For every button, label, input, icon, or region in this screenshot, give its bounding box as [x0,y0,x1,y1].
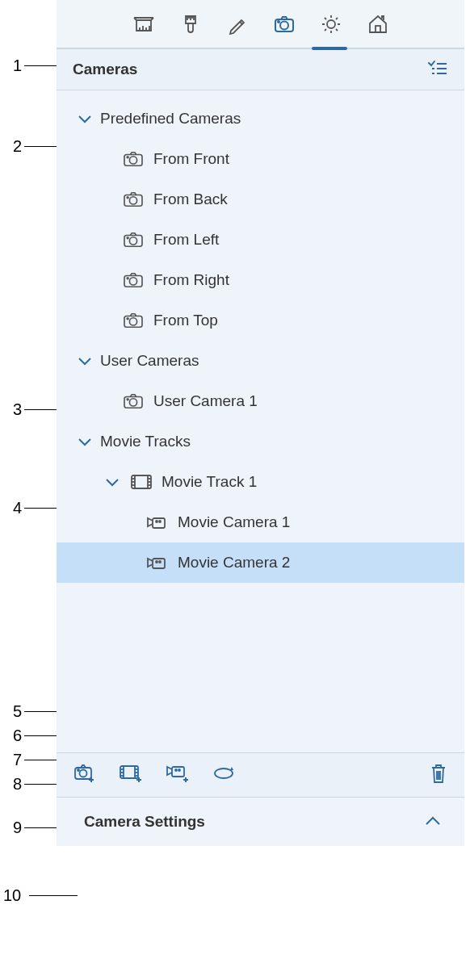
svg-point-15 [127,197,128,199]
delete-button[interactable] [429,762,448,788]
settings-title: Camera Settings [84,813,205,831]
camera-icon [120,150,147,168]
chevron-down-icon [76,356,94,366]
svg-point-3 [327,20,335,28]
bottom-toolbar [57,752,464,798]
tree-item-from-left[interactable]: From Left [57,220,464,260]
camera-icon [120,191,147,208]
svg-point-12 [127,157,128,158]
svg-point-21 [127,278,128,279]
tree-item-label: From Right [153,271,229,289]
svg-point-1 [280,21,288,29]
svg-rect-37 [153,518,165,528]
callout-5: 5 [13,702,22,721]
tree-item-label: User Camera 1 [153,392,258,410]
tree-item-movie-camera-1[interactable]: Movie Camera 1 [57,502,464,542]
tree-group-movie[interactable]: Movie Tracks [57,421,464,462]
callout-3: 3 [13,400,22,419]
callout-8: 8 [13,775,22,794]
list-options-icon[interactable] [427,59,448,81]
svg-point-14 [129,197,136,204]
svg-point-20 [129,278,136,285]
film-icon [128,473,155,491]
callout-line [29,895,78,896]
svg-point-45 [78,769,79,771]
tree-item-user-camera-1[interactable]: User Camera 1 [57,381,464,421]
camera-icon [120,231,147,249]
svg-point-56 [175,769,177,771]
tree-item-label: From Front [153,150,229,168]
sun-tab-icon[interactable] [319,12,343,36]
spacer [57,599,464,752]
tree-item-movie-camera-2[interactable]: Movie Camera 2 [57,542,464,583]
tree-track-label: Movie Track 1 [162,473,257,491]
tree-item-label: From Left [153,231,219,249]
svg-point-42 [159,561,161,563]
callout-9: 9 [13,819,22,837]
tree-item-label: Movie Camera 2 [178,554,290,572]
tree-item-from-back[interactable]: From Back [57,179,464,220]
svg-point-23 [129,318,136,325]
camera-tree: Predefined Cameras From Front From Back … [57,90,464,599]
svg-point-39 [159,521,161,522]
chevron-down-icon [103,477,121,487]
camera-tab-icon[interactable] [272,12,296,36]
svg-point-11 [129,157,136,164]
svg-rect-55 [172,767,184,777]
camera-settings-header[interactable]: Camera Settings [57,798,464,846]
svg-point-41 [156,561,157,563]
camera-icon [120,271,147,289]
tree-item-label: From Top [153,312,218,329]
tree-group-label: Movie Tracks [100,433,191,450]
cameras-section-header: Cameras [57,48,464,90]
callout-2: 2 [13,137,22,156]
video-camera-icon [144,554,171,572]
svg-point-26 [129,399,136,406]
callout-10: 10 [3,886,21,905]
brush-tab-icon[interactable] [178,12,203,36]
tree-item-label: Movie Camera 1 [178,513,290,531]
svg-point-18 [127,237,128,239]
house-tab-icon[interactable] [366,12,390,36]
svg-point-24 [127,318,128,320]
svg-point-38 [156,521,157,522]
chevron-down-icon [76,114,94,124]
callout-6: 6 [13,727,22,745]
loop-button[interactable] [212,764,236,785]
camera-icon [120,312,147,329]
video-camera-icon [144,513,171,531]
tree-item-from-front[interactable]: From Front [57,139,464,179]
svg-rect-4 [376,26,380,32]
callout-4: 4 [13,499,22,517]
svg-point-2 [278,21,279,23]
tree-item-label: From Back [153,191,228,208]
callout-7: 7 [13,751,22,769]
add-movie-camera-button[interactable] [165,763,191,787]
callout-1: 1 [13,57,22,75]
pencil-tab-icon[interactable] [225,12,250,36]
tree-group-label: Predefined Cameras [100,110,241,128]
chevron-down-icon [76,437,94,446]
tree-group-user[interactable]: User Cameras [57,341,464,381]
svg-point-27 [127,399,128,400]
measure-tab-icon[interactable] [132,12,156,36]
add-camera-button[interactable] [73,763,97,787]
camera-panel: Cameras Predefined Cameras From F [57,0,464,846]
chevron-up-icon [424,813,442,831]
camera-icon [120,392,147,410]
add-movie-track-button[interactable] [118,763,144,787]
section-title: Cameras [73,61,137,78]
svg-point-58 [215,769,233,778]
svg-rect-40 [153,559,165,568]
svg-point-44 [80,770,87,777]
tree-group-predefined[interactable]: Predefined Cameras [57,98,464,139]
active-tab-underline [312,47,347,50]
top-toolbar [57,0,464,48]
svg-point-57 [178,769,180,771]
svg-point-17 [129,237,136,245]
tree-group-label: User Cameras [100,352,199,370]
tree-item-from-right[interactable]: From Right [57,260,464,300]
tree-track-movie-track-1[interactable]: Movie Track 1 [57,462,464,502]
tree-item-from-top[interactable]: From Top [57,300,464,341]
